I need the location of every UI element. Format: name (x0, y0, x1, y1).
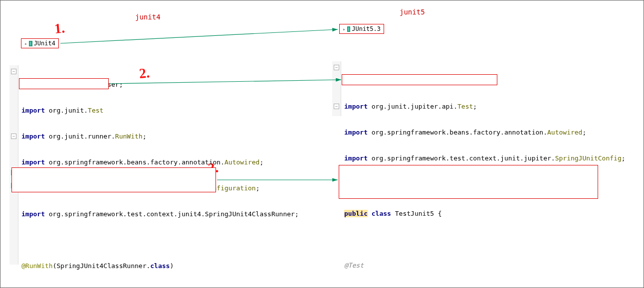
code-line: @Test (344, 259, 551, 272)
blank-line (344, 233, 551, 246)
library-icon (347, 26, 350, 32)
code-line: import org.junit.jupiter.api.Test; (344, 100, 626, 113)
fold-mark: − (11, 69, 16, 74)
code-line: import org.springframework.test.context.… (21, 208, 299, 221)
code-line: import org.junit.runner.RunWith; (21, 130, 299, 143)
highlight-box-annotations-left (11, 167, 216, 192)
code-line: @RunWith(SpringJUnit4ClassRunner.class) (21, 260, 299, 273)
fold-mark: − (334, 65, 339, 70)
annotation-1: 1. (54, 20, 66, 37)
highlight-box-import-test-left (19, 78, 109, 89)
fold-mark: − (334, 104, 339, 109)
library-junit5-box[interactable]: ▸ JUnit5.3 (339, 24, 384, 34)
highlight-box-import-test-right (342, 74, 497, 85)
expand-arrow-icon: ▸ (24, 41, 27, 46)
library-junit4-label: JUnit4 (34, 40, 55, 47)
code-line: import org.junit.Test (21, 104, 299, 117)
gutter-left: − − − − (9, 65, 18, 265)
code-line: @ContextConfiguration("classpath:bean1.x… (21, 286, 299, 288)
library-junit5-label: JUnit5.3 (352, 25, 381, 32)
code-line: public void test01() { (344, 285, 551, 288)
highlight-box-annotations-right (339, 165, 598, 199)
fold-mark: − (11, 134, 16, 139)
expand-arrow-icon: ▸ (343, 26, 346, 32)
title-junit4: junit4 (135, 13, 161, 21)
code-line: import org.springframework.test.context.… (344, 152, 626, 165)
gutter-right: − − (332, 61, 341, 116)
title-junit5: junit5 (400, 8, 425, 16)
library-icon (29, 41, 32, 46)
library-junit4-box[interactable]: ▸ JUnit4 (21, 38, 59, 48)
code-line: import org.springframework.beans.factory… (344, 126, 626, 139)
blank-line (21, 234, 299, 247)
code-line: public class TestJunit5 { (344, 207, 551, 220)
svg-line-0 (60, 29, 338, 43)
